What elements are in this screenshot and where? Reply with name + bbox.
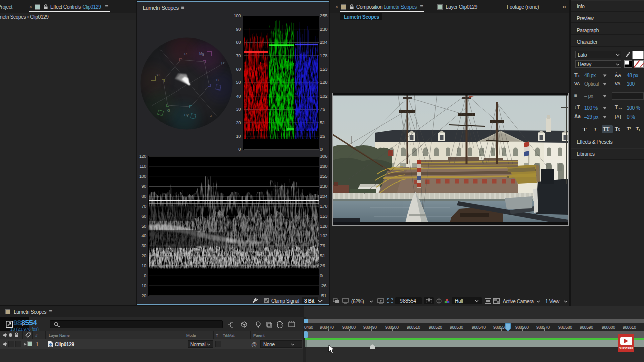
svg-text:G: G: [167, 109, 170, 112]
svg-text:Mg: Mg: [199, 52, 204, 56]
svg-text:R: R: [184, 52, 187, 56]
svg-text:Cy: Cy: [184, 113, 189, 117]
svg-text:Yl: Yl: [156, 73, 160, 77]
svg-text:B: B: [216, 78, 219, 82]
svg-text:-i: -i: [210, 114, 212, 118]
svg-text:O: O: [221, 61, 224, 65]
